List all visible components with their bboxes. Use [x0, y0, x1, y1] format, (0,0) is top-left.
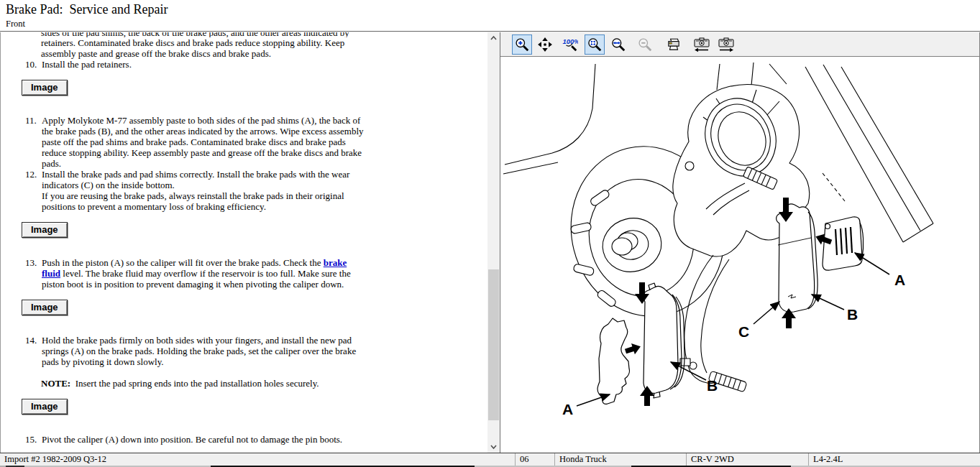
list-item-number: 11.	[25, 115, 39, 126]
status-segment-3: CR-V 2WD	[687, 453, 809, 466]
scroll-up-button[interactable]	[487, 32, 500, 45]
list-item: 13.Push in the piston (A) so the caliper…	[0, 257, 486, 290]
image-button-row: Image	[22, 222, 486, 238]
diagram-label-b-right: B	[847, 306, 858, 323]
diagram-label-b-left: B	[707, 377, 718, 394]
pan-icon	[537, 37, 553, 52]
chevron-up-icon	[489, 34, 498, 43]
list-item-number: 13.	[25, 257, 39, 268]
image-button-row: Image	[22, 399, 486, 415]
list-item-number: 12.	[25, 169, 39, 180]
list-item-number: 15.	[25, 434, 39, 445]
zoom-out-icon	[637, 37, 653, 52]
list-item-number: 14.	[25, 335, 39, 346]
list-item: 11.Apply Molykote M-77 assembly paste to…	[0, 115, 486, 169]
list-item-text: Apply Molykote M-77 assembly paste to bo…	[42, 115, 367, 169]
brake-diagram: A B C B A	[500, 57, 980, 453]
fit-page-icon	[587, 37, 603, 52]
page-subtitle: Front	[6, 19, 25, 29]
image-toolbar: 100%	[500, 32, 980, 57]
image-button-row: Image	[22, 80, 486, 96]
previous-image-button[interactable]	[692, 34, 712, 55]
main-area: sides of the pad shims, the back of the …	[0, 32, 980, 453]
diagram-label-a-left: A	[562, 401, 573, 417]
chevron-down-icon	[489, 442, 498, 451]
list-item-text: Install the brake pads and pad shims cor…	[42, 169, 367, 212]
status-segment-2: Honda Truck	[555, 453, 687, 466]
status-bar: Import #2 1982-2009 Q3-1206Honda TruckCR…	[0, 453, 980, 466]
next-image-button[interactable]	[716, 34, 736, 55]
print-button[interactable]	[664, 34, 684, 55]
inner-brake-pad	[777, 204, 818, 312]
status-segment-0: Import #2 1982-2009 Q3-12	[0, 453, 516, 466]
fit-width-icon	[610, 37, 626, 52]
list-item-text: Push in the piston (A) so the caliper wi…	[42, 257, 367, 290]
zoom-out-button	[635, 34, 655, 55]
app-window: { "window": { "title": "Brake Pad: Servi…	[0, 0, 980, 467]
scroll-down-button[interactable]	[487, 440, 500, 453]
list-item-text: Hold the brake pads firmly on both sides…	[42, 335, 367, 367]
vertical-scrollbar[interactable]	[487, 32, 500, 453]
note-paragraph: NOTE: Insert the pad spring ends into th…	[41, 378, 366, 389]
pan-button[interactable]	[535, 34, 555, 55]
image-button[interactable]: Image	[22, 300, 68, 315]
document-header: Brake Pad: Service and Repair Front	[0, 0, 980, 32]
note-label: NOTE:	[41, 378, 70, 389]
status-segment-4: L4-2.4L	[809, 453, 980, 466]
list-item-text: Pivot the caliper (A) down into position…	[42, 434, 367, 445]
zoom-100-icon: 100%	[562, 37, 578, 52]
page-title: Brake Pad: Service and Repair	[6, 2, 168, 17]
diagram-label-a-right: A	[894, 272, 905, 288]
clipped-text-line: sides of the pad shims, the back of the …	[0, 32, 486, 37]
image-viewer-panel: 100%	[500, 32, 980, 453]
status-segment-1: 06	[516, 453, 555, 466]
procedure-document: sides of the pad shims, the back of the …	[0, 32, 486, 453]
diagram-label-c: C	[738, 323, 749, 340]
doc-paragraph: retainers. Contaminated brake discs and …	[41, 37, 366, 59]
image-button[interactable]: Image	[22, 399, 68, 415]
camera-next-icon	[718, 37, 735, 52]
list-item: 15.Pivot the caliper (A) down into posit…	[0, 434, 486, 445]
list-item: 12.Install the brake pads and pad shims …	[0, 169, 486, 212]
image-button[interactable]: Image	[22, 222, 68, 238]
window-left-edge	[0, 32, 1, 453]
svg-text:100%: 100%	[563, 38, 578, 45]
outer-brake-pad	[644, 283, 684, 398]
printer-icon	[666, 37, 682, 52]
list-item-text: Install the pad retainers.	[42, 59, 367, 70]
list-item: 10.Install the pad retainers.	[0, 59, 486, 70]
zoom-fit-width-button[interactable]	[608, 34, 628, 55]
camera-previous-icon	[693, 37, 710, 52]
image-button[interactable]: Image	[22, 80, 68, 96]
list-item: 14.Hold the brake pads firmly on both si…	[0, 335, 486, 367]
image-button-row: Image	[22, 300, 486, 315]
zoom-fit-page-button[interactable]	[585, 34, 605, 55]
list-item-number: 10.	[25, 59, 39, 70]
procedure-text-panel: sides of the pad shims, the back of the …	[0, 32, 500, 453]
scrollbar-thumb[interactable]	[488, 269, 499, 420]
zoom-in-icon	[514, 37, 530, 52]
zoom-100-percent-button[interactable]: 100%	[560, 34, 580, 55]
outer-pad-shim	[597, 318, 629, 404]
zoom-in-button[interactable]	[512, 34, 532, 55]
brake-fluid-link[interactable]: brake fluid	[42, 257, 347, 279]
